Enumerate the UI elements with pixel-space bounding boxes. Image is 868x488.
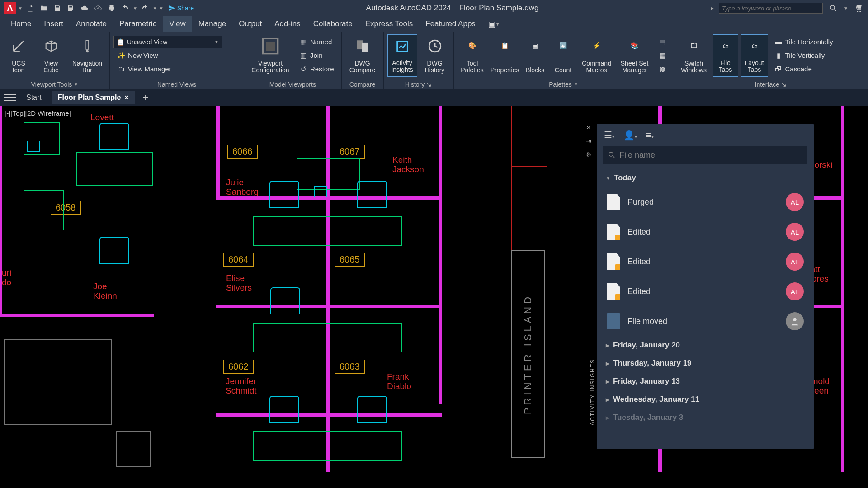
search-expand[interactable]: ▶ [711, 6, 714, 11]
dwg-history-button[interactable]: DWG History [420, 34, 450, 77]
room-tag-6062: 6062 [223, 360, 254, 374]
drawing-canvas[interactable]: [-][Top][2D Wireframe] 6058 6066 6067 60… [0, 106, 868, 488]
redo-dropdown[interactable]: ▼ [153, 6, 157, 11]
activity-item-4[interactable]: File moved [597, 306, 814, 336]
redo-icon[interactable] [139, 2, 151, 14]
menu-featured[interactable]: Featured Apps [419, 16, 482, 32]
save-icon[interactable] [52, 2, 63, 14]
group-today[interactable]: ▼Today [597, 169, 814, 187]
activity-item-0[interactable]: Purged AL [597, 187, 814, 217]
ucs-icon-label: UCS Icon [12, 60, 25, 74]
ucs-icon-button[interactable]: UCS Icon [4, 34, 33, 77]
list-filter-icon[interactable]: ≡▾ [646, 130, 654, 141]
panel-title-palettes[interactable]: Palettes▼ [454, 79, 674, 89]
group-date-0[interactable]: ▶Friday, January 20 [597, 336, 814, 354]
share-button[interactable]: Share [168, 5, 194, 12]
view-dropdown[interactable]: 📋 Unsaved View ▼ [113, 36, 222, 48]
menu-manage[interactable]: Manage [192, 16, 232, 32]
cloud-open-icon[interactable] [79, 2, 90, 14]
title-bar: A ▼ ▼ ▼ ▼ Share Autodesk AutoCAD 2024 Fl… [0, 0, 868, 16]
view-cube-button[interactable]: View Cube [36, 34, 66, 77]
properties-button[interactable]: 📋Properties [490, 34, 520, 77]
activity-item-3[interactable]: Edited AL [597, 277, 814, 306]
file-tabs-button[interactable]: 🗂File Tabs [713, 34, 738, 77]
switch-windows-button[interactable]: 🗔Switch Windows [678, 34, 710, 77]
hamburger-menu[interactable] [4, 91, 16, 104]
menu-collaborate[interactable]: Collaborate [307, 16, 359, 32]
blocks-button[interactable]: ▣Blocks [523, 34, 548, 77]
group-date-3[interactable]: ▶Wednesday, January 11 [597, 390, 814, 408]
panel-title-viewport-tools[interactable]: Viewport Tools▼ [0, 79, 109, 89]
undo-dropdown[interactable]: ▼ [133, 6, 137, 11]
menu-insert[interactable]: Insert [38, 16, 70, 32]
avatar: AL [786, 193, 804, 211]
menu-view[interactable]: View [163, 16, 192, 32]
search-input[interactable] [719, 3, 823, 14]
menu-parametric[interactable]: Parametric [113, 16, 163, 32]
view-mode-icon[interactable]: ☰▾ [604, 130, 614, 141]
sheet-set-button[interactable]: 📚Sheet Set Manager [618, 34, 652, 77]
print-icon[interactable] [106, 2, 118, 14]
open-file-icon[interactable] [38, 2, 50, 14]
menu-annotate[interactable]: Annotate [70, 16, 113, 32]
activity-item-2[interactable]: Edited AL [597, 247, 814, 277]
palette-small-1[interactable]: ▤ [655, 36, 670, 48]
menu-home[interactable]: Home [5, 16, 38, 32]
new-file-icon[interactable] [24, 2, 36, 14]
account-caret[interactable]: ▼ [844, 6, 848, 11]
qat-customize[interactable]: ▼ [159, 6, 164, 11]
activity-search[interactable]: File name [603, 146, 807, 164]
viewport-config-button[interactable]: Viewport Configuration [248, 34, 293, 77]
named-viewport-button[interactable]: ▦Named [296, 36, 338, 48]
restore-viewport-button[interactable]: ↺Restore [296, 63, 338, 75]
app-menu-caret[interactable]: ▼ [18, 6, 23, 11]
viewport-config-label: Viewport Configuration [251, 60, 289, 74]
palette-small-3[interactable]: ▩ [655, 63, 670, 75]
menu-addins[interactable]: Add-ins [268, 16, 307, 32]
panel-named-views: 📋 Unsaved View ▼ ✨New View 🗂View Manager… [110, 32, 244, 89]
undo-icon[interactable] [119, 2, 131, 14]
app-logo[interactable]: A [4, 2, 16, 14]
dwg-compare-button[interactable]: DWG Compare [345, 34, 380, 77]
group-date-4[interactable]: ▶Tuesday, January 3 [597, 408, 814, 427]
chair-3 [269, 181, 299, 208]
panel-title-interface[interactable]: Interface ↘ [674, 79, 868, 89]
layout-tabs-button[interactable]: 🗂Layout Tabs [741, 34, 768, 77]
new-tab-button[interactable]: + [139, 92, 152, 103]
new-view-button[interactable]: ✨New View [113, 49, 240, 62]
navigation-bar-button[interactable]: Navigation Bar [69, 34, 106, 77]
tab-close-icon[interactable]: ✕ [124, 94, 129, 101]
panel-dock-icon[interactable]: ⇥ [584, 137, 593, 146]
chair-5 [270, 287, 300, 314]
panel-close-icon[interactable]: ✕ [584, 124, 593, 133]
view-label[interactable]: [-][Top][2D Wireframe] [3, 108, 73, 118]
menu-extra[interactable]: ▣ ▼ [482, 16, 506, 32]
cloud-save-icon[interactable] [92, 2, 104, 14]
room-tag-6067: 6067 [335, 145, 365, 159]
tab-document[interactable]: Floor Plan Sample ✕ [52, 91, 136, 104]
cascade-button[interactable]: 🗗Cascade [771, 63, 837, 75]
panel-title-history[interactable]: History ↘ [384, 79, 453, 89]
saveas-icon[interactable] [65, 2, 77, 14]
activity-insights-button[interactable]: Activity Insights [387, 34, 417, 77]
search-icon[interactable] [827, 2, 839, 14]
user-filter-icon[interactable]: 👤▾ [623, 130, 637, 141]
palette-small-2[interactable]: ▦ [655, 49, 670, 62]
activity-item-1[interactable]: Edited AL [597, 217, 814, 247]
tile-vert-button[interactable]: ▮Tile Vertically [771, 49, 837, 62]
share-label: Share [177, 5, 194, 12]
wall-h3 [216, 413, 442, 417]
command-macros-button[interactable]: ⚡Command Macros [579, 34, 615, 77]
count-button[interactable]: #️⃣Count [551, 34, 576, 77]
tool-palettes-button[interactable]: 🎨Tool Palettes [458, 34, 487, 77]
tab-start[interactable]: Start [20, 91, 48, 104]
join-viewport-button[interactable]: ▥Join [296, 49, 338, 62]
panel-settings-icon[interactable]: ⚙ [584, 151, 593, 160]
menu-output[interactable]: Output [232, 16, 268, 32]
group-date-1[interactable]: ▶Thursday, January 19 [597, 354, 814, 372]
view-manager-button[interactable]: 🗂View Manager [113, 63, 240, 75]
menu-express[interactable]: Express Tools [359, 16, 420, 32]
group-date-2[interactable]: ▶Friday, January 13 [597, 372, 814, 390]
tile-horiz-button[interactable]: ▬Tile Horizontally [771, 36, 837, 48]
cart-icon[interactable] [853, 2, 864, 14]
